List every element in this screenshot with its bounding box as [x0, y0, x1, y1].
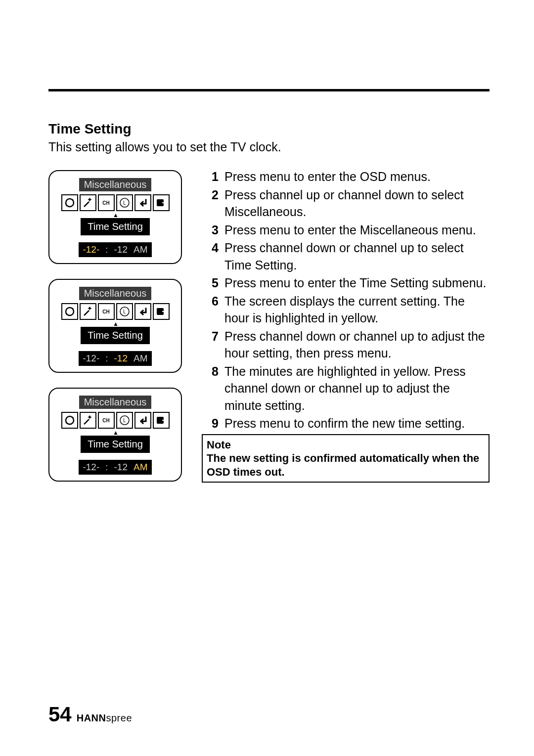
time-ampm: AM — [131, 461, 151, 474]
time-display: -12- : -12 AM — [79, 242, 151, 257]
enter-arrow-icon — [134, 303, 151, 320]
step-text: The screen displays the current setting.… — [224, 293, 490, 327]
step-text: Press menu to enter the OSD menus. — [224, 168, 490, 185]
step-item: 9Press menu to confirm the new time sett… — [202, 415, 490, 432]
time-colon: : — [102, 243, 111, 256]
ch-icon: CH — [98, 412, 115, 429]
step-number: 4 — [202, 239, 219, 273]
enter-arrow-icon — [134, 194, 151, 211]
step-item: 2Press channel up or channel down to sel… — [202, 186, 490, 221]
step-text: Press channel down or channel up to sele… — [224, 239, 490, 273]
rotate-icon — [61, 412, 78, 429]
step-item: 3Press menu to enter the Miscellaneous m… — [202, 222, 490, 239]
section-heading: Time Setting — [48, 121, 490, 137]
step-number: 3 — [202, 222, 219, 239]
svg-text:L: L — [123, 418, 126, 423]
clock-l-icon: L — [116, 412, 133, 429]
page-footer: 54 HANNspree — [48, 703, 132, 726]
time-min: -12 — [111, 243, 131, 256]
selection-pointer: ▲ — [55, 213, 175, 217]
time-min: -12 — [111, 461, 131, 474]
exit-screen-icon — [153, 412, 170, 429]
osd-subtitle: Time Setting — [81, 436, 150, 453]
time-display: -12- : -12 AM — [79, 460, 151, 475]
time-min: -12 — [111, 352, 131, 365]
step-number: 2 — [202, 186, 219, 221]
osd-icon-row: CH L — [55, 194, 175, 211]
step-text: Press menu to enter the Miscellaneous me… — [224, 222, 490, 239]
wand-star-icon — [80, 303, 96, 320]
clock-l-icon: L — [116, 303, 133, 320]
osd-title: Miscellaneous — [79, 178, 152, 191]
step-number: 6 — [202, 293, 219, 327]
step-number: 7 — [202, 328, 219, 362]
time-display: -12- : -12 AM — [79, 351, 151, 366]
selection-pointer: ▲ — [55, 431, 175, 435]
osd-subtitle: Time Setting — [81, 218, 150, 235]
step-text: The minutes are highlighted in yellow. P… — [224, 363, 490, 414]
step-text: Press menu to confirm the new time setti… — [224, 415, 490, 432]
osd-icon-row: CH L — [55, 412, 175, 429]
rotate-icon — [61, 303, 78, 320]
rotate-icon — [61, 194, 78, 211]
step-number: 5 — [202, 274, 219, 292]
exit-screen-icon — [153, 194, 170, 211]
time-hour: -12- — [80, 243, 102, 256]
step-text: Press channel down or channel up to adju… — [224, 328, 490, 362]
content-row: Miscellaneous CH L ▲ Time Setting -12- :… — [48, 168, 490, 483]
svg-point-0 — [66, 199, 74, 207]
osd-icon-row: CH L — [55, 303, 175, 320]
ch-icon: CH — [98, 303, 115, 320]
intro-text: This setting allows you to set the TV cl… — [48, 140, 490, 154]
selection-pointer: ▲ — [55, 322, 175, 326]
osd-subtitle: Time Setting — [81, 327, 150, 344]
step-number: 1 — [202, 168, 219, 185]
step-number: 8 — [202, 363, 219, 414]
step-item: 7Press channel down or channel up to adj… — [202, 328, 490, 362]
enter-arrow-icon — [134, 412, 151, 429]
step-text: Press channel up or channel down to sele… — [224, 186, 490, 221]
wand-star-icon — [80, 412, 96, 429]
step-item: 5Press menu to enter the Time Setting su… — [202, 274, 490, 292]
osd-card-ampm: Miscellaneous CH L ▲ Time Setting -12- :… — [48, 388, 182, 482]
horizontal-rule — [48, 89, 490, 91]
clock-l-icon: L — [116, 194, 133, 211]
time-ampm: AM — [131, 243, 151, 256]
brand-logo: HANNspree — [77, 712, 132, 724]
time-colon: : — [102, 352, 111, 365]
step-item: 8The minutes are highlighted in yellow. … — [202, 363, 490, 414]
page-number: 54 — [48, 703, 72, 726]
step-text: Press menu to enter the Time Setting sub… — [224, 274, 490, 292]
step-item: 4Press channel down or channel up to sel… — [202, 239, 490, 273]
ch-icon: CH — [98, 194, 115, 211]
page-content: Time Setting This setting allows you to … — [0, 0, 534, 483]
osd-card-minute: Miscellaneous CH L ▲ Time Setting -12- :… — [48, 279, 182, 373]
note-box: Note The new setting is confirmed automa… — [202, 434, 490, 483]
svg-text:L: L — [123, 309, 126, 314]
exit-screen-icon — [153, 303, 170, 320]
wand-star-icon — [80, 194, 96, 211]
steps-column: 1Press menu to enter the OSD menus. 2Pre… — [202, 168, 490, 483]
step-item: 1Press menu to enter the OSD menus. — [202, 168, 490, 185]
svg-point-8 — [66, 416, 74, 424]
step-item: 6The screen displays the current setting… — [202, 293, 490, 327]
time-hour: -12- — [80, 352, 102, 365]
osd-card-hour: Miscellaneous CH L ▲ Time Setting -12- :… — [48, 170, 182, 264]
osd-title: Miscellaneous — [79, 396, 152, 409]
osd-title: Miscellaneous — [79, 287, 152, 300]
time-colon: : — [102, 461, 111, 474]
svg-point-4 — [66, 308, 74, 315]
note-label: Note — [207, 438, 485, 452]
step-number: 9 — [202, 415, 219, 432]
note-text: The new setting is confirmed automatical… — [207, 451, 485, 479]
svg-text:L: L — [123, 200, 126, 206]
time-hour: -12- — [80, 461, 102, 474]
osd-column: Miscellaneous CH L ▲ Time Setting -12- :… — [48, 168, 182, 482]
time-ampm: AM — [131, 352, 151, 365]
